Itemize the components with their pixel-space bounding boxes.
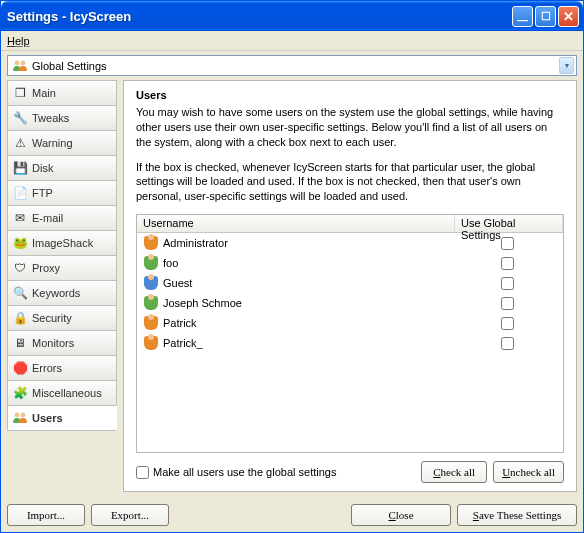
list-item[interactable]: Joseph Schmoe <box>137 293 563 313</box>
list-item[interactable]: Administrator <box>137 233 563 253</box>
window: Settings - IcyScreen — ☐ ✕ Help Global S… <box>0 0 584 533</box>
window-title: Settings - IcyScreen <box>7 9 512 24</box>
chevron-down-icon[interactable]: ▾ <box>559 57 574 74</box>
error-icon: 🛑 <box>12 360 28 376</box>
mail-icon: ✉ <box>12 210 28 226</box>
sidebar-item-ftp[interactable]: 📄FTP <box>7 180 117 206</box>
users-icon <box>12 58 28 74</box>
svg-point-3 <box>21 413 26 418</box>
close-window-button[interactable]: Close <box>351 504 451 526</box>
minimize-button[interactable]: — <box>512 6 533 27</box>
list-header: Username Use Global Settings <box>137 215 563 233</box>
svg-point-2 <box>15 413 20 418</box>
panel-footer: Make all users use the global settings C… <box>136 453 564 483</box>
sidebar-item-main[interactable]: ❐Main <box>7 80 117 106</box>
panel-text-1: You may wish to have some users on the s… <box>136 105 564 150</box>
useglobal-checkbox[interactable] <box>501 237 514 250</box>
sidebar-item-warning[interactable]: ⚠Warning <box>7 130 117 156</box>
wrench-icon: 🔧 <box>12 110 28 126</box>
list-item[interactable]: Guest <box>137 273 563 293</box>
list-body: Administrator foo Guest Joseph Schmoe Pa… <box>137 233 563 452</box>
import-button[interactable]: Import... <box>7 504 85 526</box>
user-icon <box>143 335 159 351</box>
sidebar-item-security[interactable]: 🔒Security <box>7 305 117 331</box>
svg-point-0 <box>15 60 20 65</box>
svg-point-1 <box>21 60 26 65</box>
list-item[interactable]: foo <box>137 253 563 273</box>
sidebar-item-errors[interactable]: 🛑Errors <box>7 355 117 381</box>
menu-help[interactable]: Help <box>7 35 30 47</box>
users-icon <box>12 410 28 426</box>
search-icon: 🔍 <box>12 285 28 301</box>
export-button[interactable]: Export... <box>91 504 169 526</box>
imageshack-icon: 🐸 <box>12 235 28 251</box>
sidebar-item-proxy[interactable]: 🛡Proxy <box>7 255 117 281</box>
content-panel: Users You may wish to have some users on… <box>123 80 577 492</box>
menubar: Help <box>1 31 583 51</box>
panel-text-2: If the box is checked, whenever IcyScree… <box>136 160 564 205</box>
dropdown-text: Global Settings <box>32 60 559 72</box>
titlebar[interactable]: Settings - IcyScreen — ☐ ✕ <box>1 1 583 31</box>
sidebar-item-disk[interactable]: 💾Disk <box>7 155 117 181</box>
panel-heading: Users <box>136 89 564 101</box>
user-icon <box>143 235 159 251</box>
user-icon <box>143 275 159 291</box>
misc-icon: 🧩 <box>12 385 28 401</box>
list-item[interactable]: Patrick_ <box>137 333 563 353</box>
sidebar-item-misc[interactable]: 🧩Miscellaneous <box>7 380 117 406</box>
make-all-checkbox-label[interactable]: Make all users use the global settings <box>136 466 336 479</box>
close-button[interactable]: ✕ <box>558 6 579 27</box>
user-icon <box>143 315 159 331</box>
maximize-button[interactable]: ☐ <box>535 6 556 27</box>
useglobal-checkbox[interactable] <box>501 337 514 350</box>
useglobal-checkbox[interactable] <box>501 257 514 270</box>
global-settings-dropdown[interactable]: Global Settings ▾ <box>7 55 577 76</box>
useglobal-checkbox[interactable] <box>501 297 514 310</box>
uncheck-all-button[interactable]: Uncheck all <box>493 461 564 483</box>
ftp-icon: 📄 <box>12 185 28 201</box>
save-settings-button[interactable]: Save These Settings <box>457 504 577 526</box>
lock-icon: 🔒 <box>12 310 28 326</box>
sidebar-item-monitors[interactable]: 🖥Monitors <box>7 330 117 356</box>
user-icon <box>143 255 159 271</box>
sidebar-item-tweaks[interactable]: 🔧Tweaks <box>7 105 117 131</box>
col-username[interactable]: Username <box>137 215 455 232</box>
window-icon: ❐ <box>12 85 28 101</box>
monitor-icon: 🖥 <box>12 335 28 351</box>
sidebar: ❐Main 🔧Tweaks ⚠Warning 💾Disk 📄FTP ✉E-mai… <box>7 80 117 492</box>
proxy-icon: 🛡 <box>12 260 28 276</box>
window-buttons: — ☐ ✕ <box>512 6 579 27</box>
list-item[interactable]: Patrick <box>137 313 563 333</box>
useglobal-checkbox[interactable] <box>501 277 514 290</box>
check-all-button[interactable]: Check all <box>421 461 487 483</box>
sidebar-item-email[interactable]: ✉E-mail <box>7 205 117 231</box>
warning-icon: ⚠ <box>12 135 28 151</box>
make-all-checkbox[interactable] <box>136 466 149 479</box>
useglobal-checkbox[interactable] <box>501 317 514 330</box>
window-footer: Import... Export... Close Save These Set… <box>1 498 583 532</box>
users-list: Username Use Global Settings Administrat… <box>136 214 564 453</box>
col-useglobal[interactable]: Use Global Settings <box>455 215 563 232</box>
sidebar-item-imageshack[interactable]: 🐸ImageShack <box>7 230 117 256</box>
sidebar-item-users[interactable]: Users <box>7 405 117 431</box>
disk-icon: 💾 <box>12 160 28 176</box>
sidebar-item-keywords[interactable]: 🔍Keywords <box>7 280 117 306</box>
user-icon <box>143 295 159 311</box>
